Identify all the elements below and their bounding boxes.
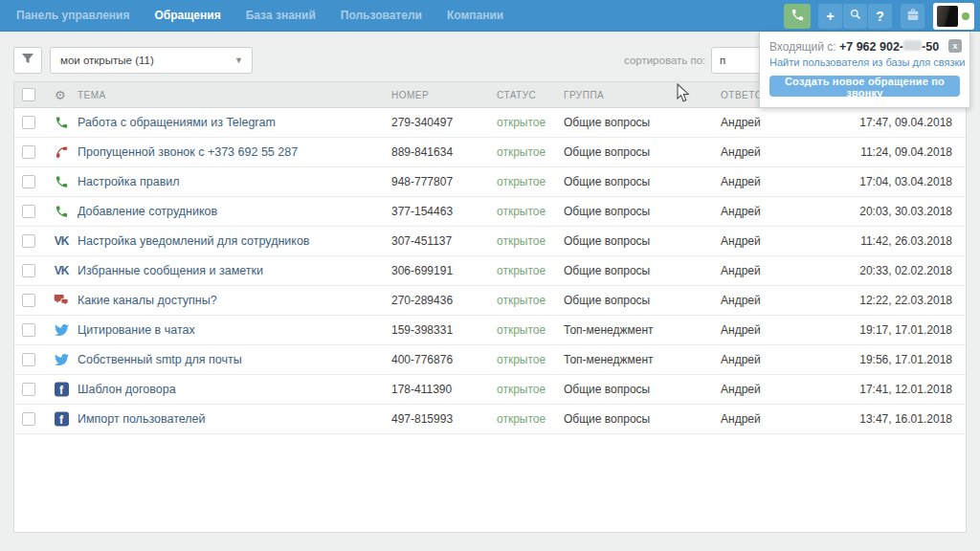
ticket-group: Общие вопросы (564, 234, 650, 248)
ticket-topic-link[interactable]: Шаблон договора (78, 383, 176, 396)
phone-number-blurred (903, 40, 922, 51)
ticket-topic-link[interactable]: Настройка правил (78, 175, 180, 188)
select-all-checkbox[interactable] (22, 88, 35, 101)
add-button[interactable]: + (818, 4, 842, 29)
ticket-number: 306-699191 (391, 264, 453, 277)
row-checkbox[interactable] (22, 116, 35, 129)
ticket-group: Общие вопросы (564, 145, 650, 159)
gear-icon[interactable]: ⚙ (55, 88, 66, 102)
ticket-owner: Андрей (721, 205, 761, 218)
header-tema[interactable]: ТЕМА (78, 90, 106, 100)
ticket-status: открытое (497, 145, 546, 159)
ticket-topic-link[interactable]: Собственный smtp для почты (78, 353, 242, 366)
user-account-menu[interactable] (933, 3, 974, 30)
ticket-owner: Андрей (721, 294, 761, 307)
ticket-date: 12:22, 22.03.2018 (859, 294, 952, 307)
ticket-date: 13:47, 16.01.2018 (859, 412, 952, 426)
row-checkbox[interactable] (22, 323, 35, 337)
nav-menu: Панель управленияОбращенияБаза знанийПол… (4, 0, 516, 32)
briefcase-button[interactable] (901, 4, 924, 29)
incoming-call-icon (53, 205, 70, 219)
twitter-icon (53, 323, 70, 338)
facebook-icon: f (53, 383, 70, 397)
ticket-date: 17:41, 12.01.2018 (859, 383, 952, 396)
nav-item-link[interactable]: Панель управления (4, 0, 142, 32)
nav-item-active[interactable]: Обращения (142, 0, 233, 32)
table-row: VKИзбранные сообщения и заметки306-69919… (14, 256, 966, 286)
vk-icon: VK (53, 234, 70, 248)
ticket-group: Топ-менеджмент (564, 353, 654, 366)
ticket-group: Общие вопросы (564, 264, 650, 277)
ticket-owner: Андрей (721, 353, 761, 366)
find-user-link[interactable]: Найти пользователя из базы для связки (769, 56, 960, 68)
ticket-number: 270-289436 (391, 294, 453, 307)
nav-item-link[interactable]: Пользователи (328, 0, 434, 32)
ticket-status: открытое (497, 234, 546, 248)
table-row: Настройка правил948-777807открытоеОбщие … (14, 167, 966, 197)
ticket-topic-link[interactable]: Цитирование в чатах (78, 323, 195, 337)
ticket-number: 377-154463 (391, 205, 453, 218)
ticket-group: Общие вопросы (564, 383, 650, 396)
ticket-date: 19:56, 17.01.2018 (859, 353, 952, 366)
ticket-owner: Андрей (721, 234, 761, 248)
facebook-icon: f (53, 412, 70, 427)
row-checkbox[interactable] (22, 294, 35, 307)
ticket-owner: Андрей (721, 323, 761, 337)
twitter-icon (53, 353, 70, 367)
table-row: Работа с обращениями из Telegram279-3404… (14, 108, 966, 138)
help-button[interactable]: ? (868, 4, 892, 29)
briefcase-icon (905, 7, 921, 25)
create-ticket-from-call-button[interactable]: Создать новое обращение по звонку (769, 76, 960, 97)
ticket-filter-dropdown[interactable]: мои открытые (11) ▼ (50, 47, 253, 74)
row-checkbox[interactable] (22, 234, 35, 248)
ticket-group: Общие вопросы (564, 412, 650, 426)
nav-item-link[interactable]: База знаний (234, 0, 328, 32)
avatar (937, 6, 958, 27)
row-checkbox[interactable] (22, 264, 35, 277)
row-checkbox[interactable] (22, 145, 35, 159)
ticket-number: 948-777807 (391, 175, 453, 188)
phone-call-button[interactable] (784, 4, 811, 29)
ticket-status: открытое (497, 116, 546, 129)
ticket-topic-link[interactable]: Добавление сотрудников (78, 205, 217, 218)
table-row: Собственный smtp для почты400-776876откр… (14, 345, 966, 375)
ticket-status: открытое (497, 264, 546, 277)
row-checkbox[interactable] (22, 383, 35, 396)
table-body: Работа с обращениями из Telegram279-3404… (14, 108, 966, 434)
ticket-date: 20:03, 30.03.2018 (859, 205, 952, 218)
filter-funnel-icon (21, 52, 34, 69)
header-nomer[interactable]: НОМЕР (391, 90, 429, 100)
nav-item-link[interactable]: Компании (434, 0, 516, 32)
ticket-number: 178-411390 (391, 383, 452, 396)
ticket-topic-link[interactable]: Избранные сообщения и заметки (78, 264, 263, 277)
search-button[interactable] (843, 4, 867, 29)
ticket-topic-link[interactable]: Импорт пользователей (78, 412, 206, 426)
row-checkbox[interactable] (22, 412, 35, 426)
ticket-date: 17:04, 03.04.2018 (859, 175, 952, 188)
row-checkbox[interactable] (22, 175, 35, 188)
chat-bubbles-icon (53, 293, 70, 308)
header-gruppa[interactable]: ГРУППА (564, 90, 604, 100)
row-checkbox[interactable] (22, 353, 35, 366)
search-icon (849, 8, 862, 24)
ticket-topic-link[interactable]: Пропущенной звонок с +373 692 55 287 (78, 145, 298, 159)
filter-button[interactable] (13, 47, 42, 74)
ticket-topic-link[interactable]: Работа с обращениями из Telegram (78, 116, 276, 129)
table-row: VKНастройка уведомлений для сотрудников3… (14, 227, 966, 256)
sort-by-label: сортировать по: (624, 47, 705, 74)
ticket-group: Топ-менеджмент (564, 323, 654, 337)
ticket-date: 20:33, 02.02.2018 (859, 264, 952, 277)
ticket-status: открытое (497, 205, 546, 218)
ticket-number: 159-398331 (391, 323, 453, 337)
table-row: Какие каналы доступны?270-289436открытое… (14, 286, 966, 316)
tickets-table: ⚙ ТЕМА НОМЕР СТАТУС ГРУППА ОТВЕТСТВЕННЫЙ… (13, 81, 967, 533)
ticket-owner: Андрей (721, 412, 761, 426)
row-checkbox[interactable] (22, 205, 35, 218)
close-icon[interactable]: x (948, 39, 962, 53)
ticket-group: Общие вопросы (564, 116, 650, 129)
ticket-group: Общие вопросы (564, 205, 650, 218)
ticket-topic-link[interactable]: Какие каналы доступны? (78, 294, 217, 307)
header-status[interactable]: СТАТУС (497, 90, 536, 100)
ticket-topic-link[interactable]: Настройка уведомлений для сотрудников (78, 234, 310, 248)
phone-number-suffix: -50 (922, 40, 939, 54)
